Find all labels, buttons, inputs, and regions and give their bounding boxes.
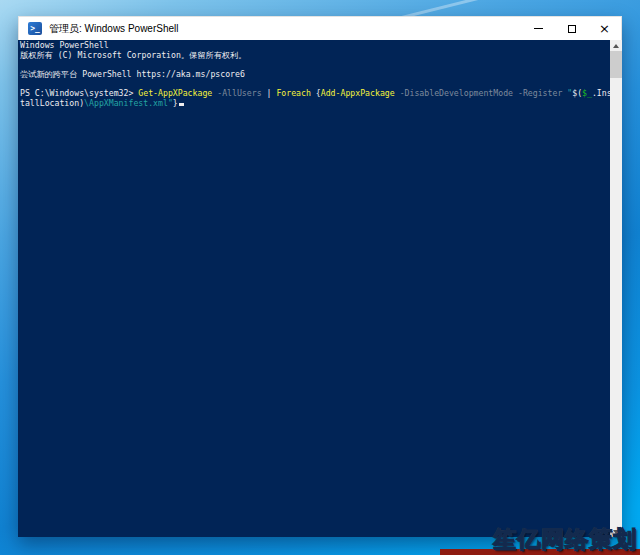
minimize-button[interactable] [522, 17, 555, 40]
terminal-line: 版权所有 (C) Microsoft Corporation。保留所有权利。 [20, 51, 610, 61]
scrollbar-thumb[interactable] [610, 51, 622, 78]
watermark-text: 笙亿网络策划 [493, 524, 637, 555]
terminal-line: 尝试新的跨平台 PowerShell https://aka.ms/pscore… [20, 70, 610, 80]
minimize-icon [534, 28, 543, 29]
scroll-up-button[interactable] [610, 40, 622, 51]
terminal-output: Windows PowerShell版权所有 (C) Microsoft Cor… [20, 41, 610, 109]
console-area[interactable]: Windows PowerShell版权所有 (C) Microsoft Cor… [18, 40, 622, 537]
terminal-line: tallLocation)\AppXManifest.xml"} [20, 99, 610, 109]
title-bar[interactable]: >_ 管理员: Windows PowerShell × [18, 16, 622, 40]
maximize-button[interactable] [555, 17, 588, 40]
window-title: 管理员: Windows PowerShell [49, 22, 522, 36]
close-button[interactable]: × [588, 17, 621, 40]
window-controls: × [522, 17, 621, 40]
text-cursor [179, 103, 184, 106]
scrollbar[interactable] [610, 40, 622, 537]
powershell-window: >_ 管理员: Windows PowerShell × Windows Pow… [18, 16, 622, 537]
maximize-icon [568, 25, 576, 33]
close-icon: × [599, 22, 610, 35]
powershell-icon: >_ [28, 22, 42, 35]
chevron-up-icon [613, 44, 619, 48]
